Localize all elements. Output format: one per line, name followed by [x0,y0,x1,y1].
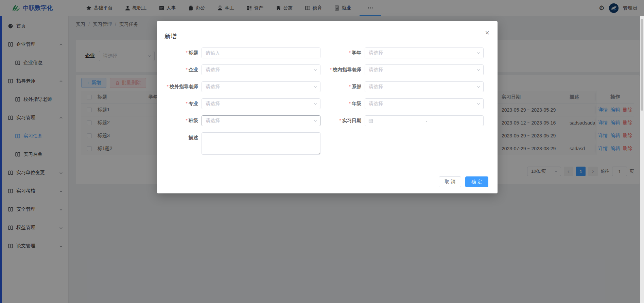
cancel-button[interactable]: 取 消 [439,176,461,187]
internship-date-range-picker[interactable]: - [365,115,484,126]
chevron-down-icon [313,102,317,106]
confirm-button[interactable]: 确 定 [465,176,488,187]
description-textarea[interactable] [202,132,320,155]
external-tutor-select[interactable]: 请选择 [202,81,320,92]
chevron-down-icon [313,119,317,123]
scrollbar-thumb[interactable] [641,19,643,111]
major-select[interactable]: 请选择 [202,98,320,109]
year-select[interactable]: 请选择 [365,48,484,58]
field-label-department: *系部 [320,81,361,90]
field-label-internal-tutor: *校内指导老师 [320,64,361,73]
field-label-description: 描述 [157,132,198,141]
company-select[interactable]: 请选择 [202,64,320,75]
field-label-title: *标题 [157,48,198,56]
dialog-title: 新增 [164,32,177,40]
chevron-down-icon [476,102,481,106]
department-select[interactable]: 请选择 [365,81,484,92]
class-select[interactable]: 请选择 [202,115,320,126]
chevron-down-icon [313,85,317,89]
required-mark: * [349,50,351,55]
field-label-company: *企业 [157,64,198,73]
vertical-scrollbar[interactable] [640,16,644,303]
required-mark: * [186,101,188,106]
field-label-major: *专业 [157,98,198,107]
required-mark: * [340,118,341,123]
grade-select[interactable]: 请选择 [365,98,484,109]
chevron-down-icon [476,68,481,72]
chevron-down-icon [476,51,481,55]
field-label-year: *学年 [320,48,361,56]
add-form: *标题 *学年 请选择 *企业 请选择 *校内指导老师 请选择 *校外指导老师 … [157,48,498,161]
required-mark: * [349,101,351,106]
internal-tutor-select[interactable]: 请选择 [365,64,484,75]
field-label-class: *班级 [157,115,198,124]
required-mark: * [330,67,332,72]
add-dialog: 新增 × *标题 *学年 请选择 *企业 请选择 *校内指导老师 请选择 [157,21,498,193]
close-icon[interactable]: × [485,29,489,37]
field-label-date: *实习日期 [320,115,361,124]
title-input[interactable] [202,48,320,58]
chevron-down-icon [313,68,317,72]
required-mark: * [167,84,169,89]
chevron-down-icon [476,85,481,89]
required-mark: * [186,118,188,123]
required-mark: * [186,50,188,55]
field-label-external-tutor: *校外指导老师 [157,81,198,90]
required-mark: * [186,67,188,72]
field-label-grade: *年级 [320,98,361,107]
calendar-icon [368,118,373,123]
dialog-footer: 取 消 确 定 [439,176,488,187]
date-range-separator: - [426,118,427,124]
required-mark: * [349,84,351,89]
